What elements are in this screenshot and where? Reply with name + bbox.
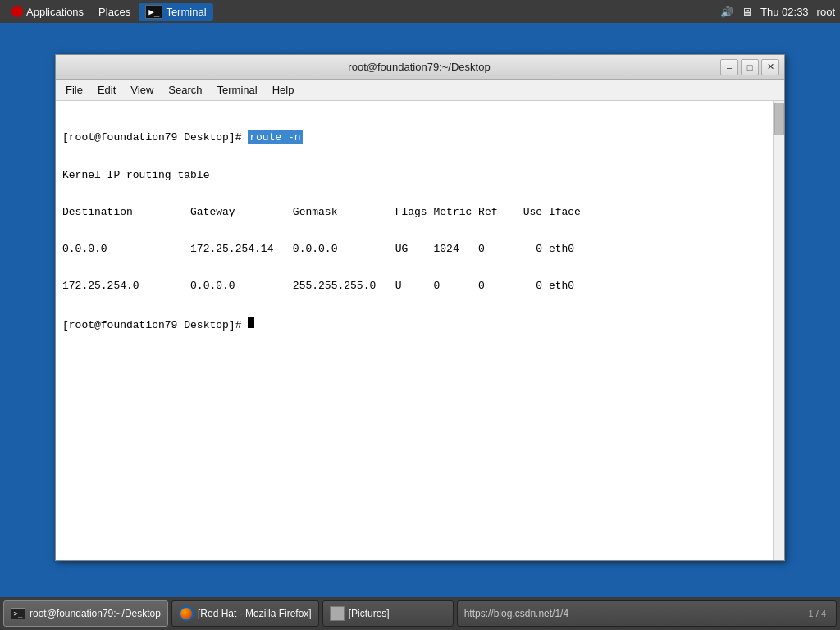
terminal-window: root@foundation79:~/Desktop – □ ✕ File E… (55, 54, 785, 561)
prompt-1: [root@foundation79 Desktop]# (62, 131, 248, 144)
clock: Thu 02:33 (760, 6, 809, 18)
terminal-menubar: File Edit View Search Terminal Help (56, 80, 784, 101)
user-label: root (817, 6, 835, 18)
taskbar-url-bar: https://blog.csdn.net/1/4 1 / 4 (457, 600, 837, 627)
menu-view[interactable]: View (124, 82, 160, 98)
taskbar-terminal-icon: >_ (11, 606, 25, 621)
command-line-1: [root@foundation79 Desktop]# route -n (62, 130, 778, 144)
menu-terminal[interactable]: Terminal (211, 82, 264, 98)
window-buttons: – □ ✕ (720, 59, 779, 75)
volume-icon[interactable]: 🔊 (720, 6, 733, 18)
output-header: Destination Gateway Genmask Flags Metric… (62, 206, 778, 218)
terminal-titlebar: root@foundation79:~/Desktop – □ ✕ (56, 55, 784, 80)
terminal-scrollbar[interactable] (773, 101, 784, 560)
applications-label: Applications (26, 6, 84, 18)
terminal-title: root@foundation79:~/Desktop (118, 61, 720, 73)
maximize-button[interactable]: □ (741, 59, 759, 75)
scroll-thumb[interactable] (774, 103, 784, 135)
taskbar: >_ root@foundation79:~/Desktop [Red Hat … (0, 597, 840, 630)
output-row-2: 172.25.254.0 0.0.0.0 255.255.255.0 U 0 0… (62, 280, 778, 292)
terminal-icon: >_ (11, 608, 26, 619)
top-panel: Applications Places ▶_ Terminal 🔊 🖥 Thu … (0, 0, 840, 23)
taskbar-terminal-label: root@foundation79:~/Desktop (30, 608, 161, 619)
taskbar-pictures[interactable]: [Pictures] (322, 600, 454, 627)
menu-edit[interactable]: Edit (91, 82, 122, 98)
taskbar-pictures-label: [Pictures] (349, 608, 390, 619)
terminal-content[interactable]: [root@foundation79 Desktop]# route -n Ke… (56, 101, 784, 560)
cursor (248, 317, 254, 328)
prompt-2: [root@foundation79 Desktop]# (62, 319, 248, 331)
close-button[interactable]: ✕ (761, 59, 779, 75)
firefox-icon (179, 606, 194, 621)
pictures-icon (330, 606, 345, 621)
taskbar-pictures-icon (330, 606, 345, 621)
output-line-1: Kernel IP routing table (62, 169, 778, 181)
command-1: route -n (248, 130, 302, 144)
output-row-1: 0.0.0.0 172.25.254.14 0.0.0.0 UG 1024 0 … (62, 243, 778, 255)
page-info: 1 / 4 (809, 609, 829, 619)
taskbar-terminal[interactable]: >_ root@foundation79:~/Desktop (3, 600, 168, 627)
minimize-button[interactable]: – (720, 59, 738, 75)
taskbar-firefox[interactable]: [Red Hat - Mozilla Firefox] (171, 600, 319, 627)
menu-help[interactable]: Help (266, 82, 301, 98)
redhat-icon (11, 6, 23, 17)
menu-search[interactable]: Search (162, 82, 208, 98)
taskbar-firefox-label: [Red Hat - Mozilla Firefox] (198, 608, 312, 619)
display-icon[interactable]: 🖥 (742, 6, 752, 18)
places-menu[interactable]: Places (92, 4, 137, 20)
top-panel-right: 🔊 🖥 Thu 02:33 root (720, 6, 835, 18)
places-label: Places (98, 6, 130, 18)
command-line-2: [root@foundation79 Desktop]# (62, 317, 778, 331)
applications-menu[interactable]: Applications (5, 4, 90, 20)
terminal-label: Terminal (166, 6, 206, 18)
url-text: https://blog.csdn.net/1/4 (464, 608, 568, 619)
taskbar-firefox-icon (179, 606, 194, 621)
top-panel-left: Applications Places ▶_ Terminal (5, 3, 213, 21)
menu-file[interactable]: File (59, 82, 89, 98)
terminal-menu[interactable]: ▶_ Terminal (139, 3, 212, 21)
desktop: root@foundation79:~/Desktop – □ ✕ File E… (0, 23, 840, 597)
